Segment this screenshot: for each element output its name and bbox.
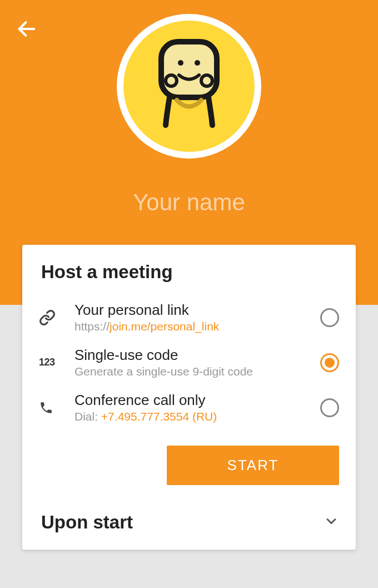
option-personal-link[interactable]: Your personal link https://join.me/perso…: [39, 295, 339, 340]
svg-point-3: [195, 60, 200, 66]
avatar-container[interactable]: [117, 14, 261, 159]
option-subtitle: Dial: +7.495.777.3554 (RU): [74, 410, 320, 423]
option-label: Single-use code: [74, 347, 320, 364]
phone-icon: [39, 401, 66, 415]
option-single-use-code[interactable]: 123 Single-use code Generate a single-us…: [39, 340, 339, 385]
link-icon: [39, 309, 66, 326]
back-arrow-icon[interactable]: [16, 18, 38, 42]
option-label: Conference call only: [74, 392, 320, 409]
radio-single-use-code[interactable]: [320, 353, 339, 372]
upon-start-toggle[interactable]: Upon start: [39, 485, 339, 533]
card-title: Host a meeting: [41, 261, 339, 283]
svg-rect-1: [161, 42, 217, 97]
avatar-image: [123, 21, 255, 152]
number-icon: 123: [39, 357, 66, 368]
option-subtitle: https://join.me/personal_link: [74, 320, 320, 333]
option-conference-call[interactable]: Conference call only Dial: +7.495.777.35…: [39, 385, 339, 430]
radio-personal-link[interactable]: [320, 308, 339, 327]
radio-conference-call[interactable]: [320, 398, 339, 417]
host-meeting-card: Host a meeting Your personal link https:…: [22, 245, 356, 550]
start-button[interactable]: START: [167, 446, 339, 485]
chevron-down-icon: [324, 513, 339, 531]
upon-start-label: Upon start: [41, 512, 133, 533]
svg-point-2: [178, 60, 183, 66]
name-input-placeholder[interactable]: Your name: [0, 189, 378, 216]
option-subtitle: Generate a single-use 9-digit code: [74, 365, 320, 378]
option-label: Your personal link: [74, 302, 320, 319]
